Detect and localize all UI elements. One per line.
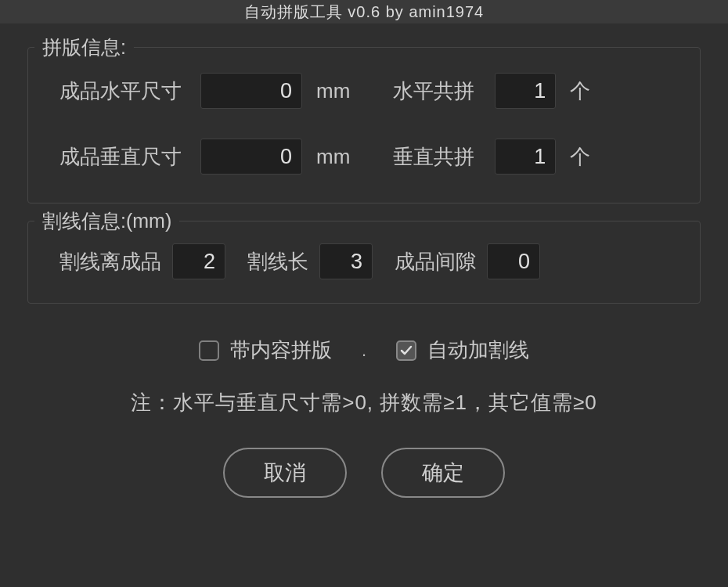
panel-title-cutline: 割线信息:(mm) — [34, 208, 179, 234]
input-cutline-offset[interactable] — [172, 243, 225, 279]
separator-dot: . — [362, 340, 366, 361]
checkbox-box-2 — [396, 340, 416, 361]
label-horizontal-size: 成品水平尺寸 — [59, 77, 200, 105]
unit-mm-1: mm — [316, 79, 350, 103]
checkbox-with-content[interactable]: 带内容拼版 — [199, 337, 332, 364]
cancel-button[interactable]: 取消 — [223, 448, 347, 498]
label-vertical-size: 成品垂直尺寸 — [59, 143, 200, 171]
panel-cutline-info: 割线信息:(mm) 割线离成品 割线长 成品间隙 — [27, 221, 701, 304]
checkbox-box-1 — [199, 340, 219, 361]
input-vertical-count[interactable] — [495, 139, 556, 175]
row-horizontal-size: 成品水平尺寸 mm 水平共拼 个 — [59, 73, 669, 109]
label-cutline-offset: 割线离成品 — [59, 248, 161, 275]
dialog-content: 拼版信息: 成品水平尺寸 mm 水平共拼 个 成品垂直尺寸 mm 垂直共拼 个 … — [0, 23, 728, 513]
unit-count-1: 个 — [570, 77, 590, 105]
input-horizontal-size[interactable] — [200, 73, 302, 109]
unit-count-2: 个 — [570, 143, 590, 171]
label-cutline-length: 割线长 — [247, 248, 308, 275]
row-vertical-size: 成品垂直尺寸 mm 垂直共拼 个 — [59, 139, 669, 175]
ok-button[interactable]: 确定 — [381, 448, 505, 498]
unit-mm-2: mm — [316, 145, 350, 169]
input-product-gap[interactable] — [487, 243, 540, 279]
label-horizontal-count: 水平共拼 — [393, 77, 495, 105]
label-product-gap: 成品间隙 — [395, 248, 476, 275]
check-icon — [400, 344, 413, 357]
window-titlebar: 自动拼版工具 v0.6 by amin1974 — [0, 0, 728, 23]
checkbox-auto-cutline[interactable]: 自动加割线 — [396, 337, 529, 364]
input-vertical-size[interactable] — [200, 139, 302, 175]
button-row: 取消 确定 — [27, 448, 701, 498]
checkbox-label-1: 带内容拼版 — [230, 337, 332, 364]
checkbox-row: 带内容拼版 . 自动加割线 — [27, 337, 701, 364]
row-cutline: 割线离成品 割线长 成品间隙 — [59, 243, 669, 279]
panel-title-imposition: 拼版信息: — [34, 34, 134, 60]
label-vertical-count: 垂直共拼 — [393, 143, 495, 171]
panel-imposition-info: 拼版信息: 成品水平尺寸 mm 水平共拼 个 成品垂直尺寸 mm 垂直共拼 个 — [27, 47, 701, 203]
input-cutline-length[interactable] — [319, 243, 373, 279]
window-title: 自动拼版工具 v0.6 by amin1974 — [244, 3, 484, 20]
input-horizontal-count[interactable] — [495, 73, 556, 109]
checkbox-label-2: 自动加割线 — [427, 337, 529, 364]
note-text: 注：水平与垂直尺寸需>0, 拼数需≥1，其它值需≥0 — [27, 389, 701, 416]
